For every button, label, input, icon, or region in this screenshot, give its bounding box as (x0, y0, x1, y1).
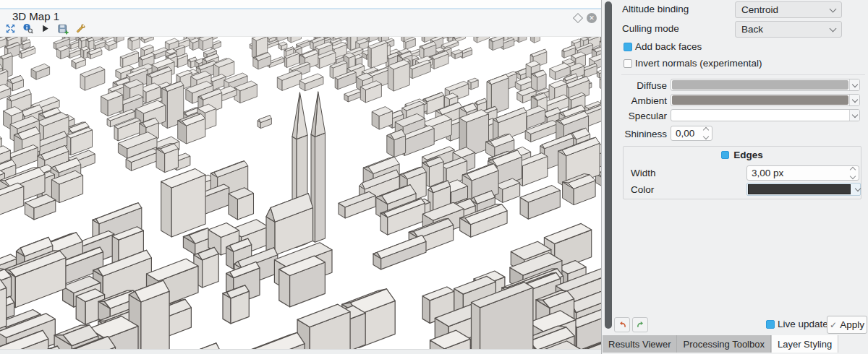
play-animation-button[interactable] (39, 22, 51, 35)
map-toolbar (4, 22, 86, 35)
altitude-binding-value: Centroid (741, 4, 778, 15)
redo-icon (636, 320, 645, 329)
check-icon: ✓ (830, 320, 837, 330)
diffuse-color-button[interactable] (671, 79, 860, 91)
app-window: 3D Map 1 ✕ (0, 0, 868, 354)
edges-checkbox[interactable] (721, 151, 729, 159)
configure-button[interactable] (74, 22, 86, 35)
identify-icon (22, 23, 33, 34)
live-update-checkbox[interactable] (766, 320, 775, 329)
edge-width-value: 3,00 px (752, 168, 783, 178)
spin-arrows-icon[interactable] (851, 168, 855, 178)
altitude-binding-label: Altitude binding (622, 4, 689, 14)
map-panel-titlebar: 3D Map 1 ✕ (0, 9, 601, 36)
shininess-spinbox[interactable]: 0,00 (671, 126, 712, 141)
edge-width-label: Width (631, 168, 656, 178)
apply-button[interactable]: ✓ Apply (827, 316, 867, 334)
color-dropdown-arrow[interactable] (849, 95, 859, 105)
add-back-faces-checkbox[interactable] (624, 43, 632, 51)
undo-style-button[interactable] (614, 317, 630, 332)
chevron-down-icon (830, 5, 837, 12)
play-icon (40, 23, 51, 34)
edges-groupbox: Edges Width 3,00 px Color (623, 146, 861, 199)
ambient-label: Ambient (622, 95, 667, 106)
save-image-icon (57, 23, 69, 35)
tab-layer-styling[interactable]: Layer Styling (771, 335, 838, 353)
statusbar-edge (0, 349, 601, 354)
altitude-binding-select[interactable]: Centroid (735, 1, 842, 18)
spin-arrows-icon[interactable] (704, 128, 708, 139)
culling-mode-select[interactable]: Back (735, 21, 842, 38)
diffuse-color-swatch (672, 80, 848, 90)
shininess-value: 0,00 (676, 128, 694, 139)
color-dropdown-arrow[interactable] (849, 110, 859, 121)
specular-color-swatch (672, 111, 848, 120)
save-image-button[interactable] (56, 22, 69, 35)
layer-styling-panel: Altitude binding Centroid Culling mode B… (601, 0, 868, 354)
culling-mode-value: Back (741, 24, 763, 35)
apply-button-label: Apply (840, 319, 864, 330)
ambient-color-swatch (672, 95, 848, 105)
color-dropdown-arrow[interactable] (851, 184, 860, 195)
dock-tabbar: Results Viewer Processing Toolbox Layer … (603, 335, 838, 353)
culling-mode-label: Culling mode (622, 23, 679, 34)
invert-normals-label[interactable]: Invert normals (experimental) (635, 58, 762, 69)
color-dropdown-arrow[interactable] (849, 79, 859, 90)
edge-color-button[interactable] (746, 183, 861, 196)
edge-color-swatch (748, 184, 851, 194)
edge-color-label: Color (631, 184, 654, 195)
dock-window-controls: ✕ (574, 13, 597, 23)
ambient-color-button[interactable] (671, 94, 860, 106)
identify-button[interactable] (22, 22, 34, 35)
tab-results-viewer[interactable]: Results Viewer (603, 335, 677, 353)
edges-label[interactable]: Edges (733, 150, 763, 160)
redo-style-button[interactable] (632, 317, 648, 332)
zoom-full-button[interactable] (4, 22, 17, 35)
chevron-down-icon (830, 25, 837, 32)
specular-label: Specular (622, 111, 667, 121)
3d-map-panel: 3D Map 1 ✕ (0, 0, 601, 354)
edges-group-title: Edges (624, 150, 861, 160)
wrench-icon (75, 23, 86, 35)
edge-width-spinbox[interactable]: 3,00 px (746, 165, 859, 181)
chevron-down-icon (851, 111, 857, 117)
tab-processing-toolbox[interactable]: Processing Toolbox (677, 335, 771, 353)
invert-normals-checkbox[interactable] (624, 59, 632, 68)
main-window-edge (0, 0, 601, 9)
3d-city-render (0, 37, 601, 350)
panel-scrollbar[interactable] (605, 1, 612, 329)
section-divider (621, 74, 865, 75)
specular-color-button[interactable] (671, 109, 860, 121)
add-back-faces-label[interactable]: Add back faces (635, 41, 702, 52)
float-panel-icon[interactable] (573, 13, 583, 23)
diffuse-label: Diffuse (622, 80, 667, 91)
undo-icon (618, 320, 627, 329)
3d-map-viewport[interactable] (0, 36, 601, 350)
chevron-down-icon (851, 96, 857, 102)
close-panel-icon[interactable]: ✕ (587, 13, 597, 23)
chevron-down-icon (851, 81, 857, 87)
chevron-down-icon (855, 185, 861, 191)
live-update-label[interactable]: Live update (778, 319, 828, 329)
shininess-label: Shininess (622, 129, 667, 139)
zoom-full-icon (5, 23, 16, 34)
map-panel-title: 3D Map 1 (12, 10, 59, 22)
